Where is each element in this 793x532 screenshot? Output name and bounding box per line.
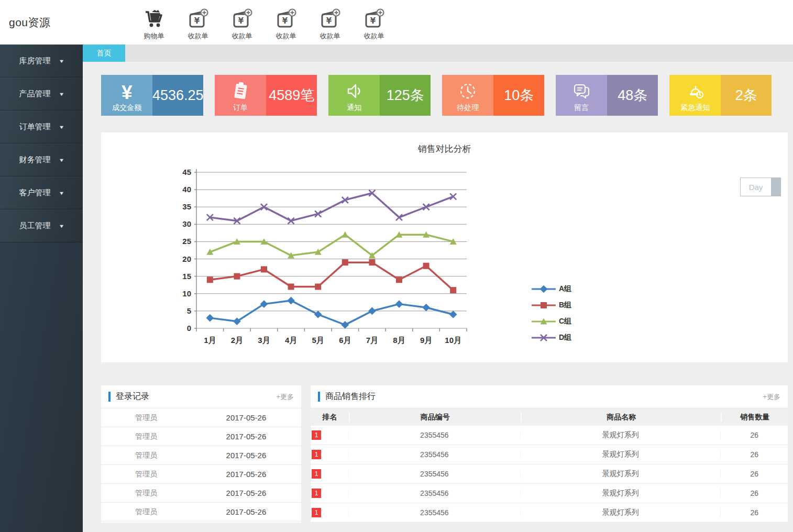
nav-item-label: 收款单	[364, 31, 384, 41]
app-logo: gou资源	[0, 0, 132, 45]
svg-text:35: 35	[182, 202, 191, 211]
sidebar-item-2[interactable]: 订单管理▼	[0, 110, 83, 143]
day-range-label: Day	[741, 178, 771, 196]
product-name: 景观灯系列	[521, 469, 721, 479]
sales-comparison-panel: 销售对比分析 0510152025303540451月2月3月4月5月6月7月8…	[101, 132, 788, 362]
sales-more-link[interactable]: +更多	[763, 392, 780, 402]
sidebar-item-4[interactable]: 客户管理▼	[0, 176, 83, 209]
stat-card-2[interactable]: 通知125条	[328, 75, 431, 116]
svg-text:9月: 9月	[420, 336, 432, 345]
svg-text:30: 30	[182, 219, 191, 228]
tab-bar: 首页	[83, 45, 793, 62]
svg-text:40: 40	[182, 185, 191, 194]
chevron-down-icon: ▼	[58, 92, 64, 97]
sidebar-item-5[interactable]: 员工管理▼	[0, 209, 83, 242]
sidebar-item-label: 订单管理	[19, 122, 51, 132]
stat-card-4[interactable]: 留言48条	[556, 75, 658, 116]
stat-cards: ¥成交金额4536.25订单4589笔通知125条待处理10条留言48条紧急通知…	[101, 75, 788, 116]
receipt-add-icon: ¥	[186, 7, 210, 30]
stat-card-0[interactable]: ¥成交金额4536.25	[101, 75, 203, 116]
svg-text:¥: ¥	[370, 16, 376, 26]
product-sales-panel: 商品销售排行 +更多 排名商品编号商品名称销售数量 12355456景观灯系列2…	[311, 385, 788, 523]
nav-item-label: 收款单	[320, 31, 340, 41]
login-records-table: 管理员2017-05-26管理员2017-05-26管理员2017-05-26管…	[101, 408, 301, 522]
legend-label: C组	[559, 317, 571, 326]
sales-col-header: 销售数量	[721, 413, 788, 422]
chevron-down-icon: ▼	[58, 125, 64, 130]
svg-text:¥: ¥	[326, 16, 332, 26]
day-range-button[interactable]: Day	[740, 178, 781, 196]
nav-item-shopping-list[interactable]: 购物单	[132, 4, 176, 41]
stat-card-value: 4589笔	[266, 75, 317, 116]
sales-panel-title: 商品销售排行	[325, 391, 763, 402]
sidebar-item-0[interactable]: 库房管理▼	[0, 45, 83, 77]
stat-card-label: 待处理	[442, 103, 493, 113]
sidebar-item-label: 财务管理	[19, 155, 51, 165]
login-date: 2017-05-26	[191, 507, 301, 516]
svg-text:20: 20	[182, 254, 191, 263]
nav-item-label: 收款单	[232, 31, 252, 41]
legend-label: A组	[559, 284, 571, 294]
stat-card-value: 48条	[607, 75, 658, 116]
login-user: 管理员	[101, 413, 191, 423]
rank-badge: 1	[312, 508, 321, 517]
sales-rank-cell: 1	[311, 450, 349, 459]
chevron-down-icon: ▼	[58, 191, 64, 196]
alarm-icon	[685, 81, 706, 104]
login-more-link[interactable]: +更多	[276, 392, 294, 402]
login-user: 管理员	[101, 432, 191, 441]
stat-card-1[interactable]: 订单4589笔	[215, 75, 317, 116]
stat-card-icon-section: 待处理	[442, 75, 493, 116]
sidebar-item-label: 库房管理	[19, 56, 51, 66]
product-name: 景观灯系列	[521, 430, 721, 440]
stat-card-3[interactable]: 待处理10条	[442, 75, 544, 116]
nav-item-receipt-4[interactable]: ¥收款单	[308, 4, 352, 41]
nav-item-receipt-3[interactable]: ¥收款单	[264, 4, 308, 41]
sidebar-item-label: 员工管理	[19, 221, 51, 231]
yen-icon: ¥	[122, 83, 133, 102]
svg-text:5月: 5月	[312, 336, 324, 345]
stat-card-5[interactable]: 紧急通知2条	[669, 75, 772, 116]
svg-text:3月: 3月	[258, 336, 270, 345]
stat-card-icon-section: 订单	[215, 75, 266, 116]
login-user: 管理员	[101, 451, 191, 460]
sidebar-item-label: 产品管理	[19, 89, 51, 99]
tab-home[interactable]: 首页	[83, 45, 125, 62]
chart-title: 销售对比分析	[101, 132, 788, 155]
login-record-row: 管理员2017-05-26	[101, 484, 301, 503]
stat-card-value: 10条	[493, 75, 544, 116]
svg-text:10: 10	[182, 289, 191, 298]
content: ¥成交金额4536.25订单4589笔通知125条待处理10条留言48条紧急通知…	[83, 62, 793, 523]
receipt-add-icon: ¥	[318, 7, 342, 30]
nav-item-receipt-1[interactable]: ¥收款单	[176, 4, 220, 41]
login-date: 2017-05-26	[191, 470, 301, 479]
nav-item-receipt-2[interactable]: ¥收款单	[220, 4, 264, 41]
sidebar-item-3[interactable]: 财务管理▼	[0, 143, 83, 176]
message-icon	[571, 81, 592, 104]
stat-card-value: 2条	[721, 75, 772, 116]
login-panel-title: 登录记录	[116, 391, 276, 402]
order-icon	[230, 81, 251, 104]
chevron-down-icon: ▼	[58, 224, 64, 229]
legend-marker-icon	[532, 317, 556, 326]
stat-card-icon-section: 留言	[556, 75, 607, 116]
receipt-add-icon: ¥	[230, 7, 254, 30]
legend-label: B组	[559, 301, 571, 310]
sidebar-item-1[interactable]: 产品管理▼	[0, 77, 83, 110]
login-user: 管理员	[101, 470, 191, 479]
nav-item-receipt-5[interactable]: ¥收款单	[352, 4, 396, 41]
login-date: 2017-05-26	[191, 432, 301, 441]
sales-row: 12355456景观灯系列26	[311, 464, 788, 484]
login-record-row: 管理员2017-05-26	[101, 408, 301, 427]
svg-text:8月: 8月	[393, 336, 405, 345]
legend-item-D组: D组	[532, 329, 571, 346]
clock-icon	[457, 81, 478, 104]
stat-card-value: 4536.25	[152, 75, 203, 116]
sales-rank-cell: 1	[311, 489, 349, 498]
product-code: 2355456	[349, 489, 521, 497]
product-name: 景观灯系列	[521, 489, 721, 498]
sales-line-chart: 0510152025303540451月2月3月4月5月6月7月8月9月10月	[175, 165, 471, 357]
panel-accent-bar	[108, 392, 111, 402]
stat-card-label: 订单	[215, 103, 266, 113]
sidebar: 库房管理▼产品管理▼订单管理▼财务管理▼客户管理▼员工管理▼	[0, 45, 83, 532]
